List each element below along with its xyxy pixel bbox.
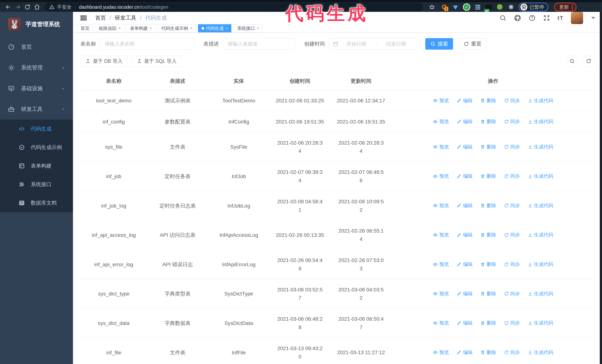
date-range-picker[interactable]: 开始日期 - 结束日期 <box>329 38 418 50</box>
delete-link[interactable]: 删除 <box>480 291 496 297</box>
edit-link[interactable]: 编辑 <box>457 291 473 297</box>
sidebar-item-home[interactable]: 首页 <box>0 37 73 57</box>
sync-link[interactable]: 同步 <box>504 232 520 238</box>
edit-link[interactable]: 编辑 <box>457 261 473 268</box>
preview-link[interactable]: 预览 <box>433 118 449 125</box>
tab-form-builder[interactable]: 表单构建× <box>127 24 156 32</box>
edit-link[interactable]: 编辑 <box>457 173 473 179</box>
generate-code-link[interactable]: 生成代码 <box>528 173 553 179</box>
generate-code-link[interactable]: 生成代码 <box>528 291 553 297</box>
delete-link[interactable]: 删除 <box>480 349 496 356</box>
search-icon[interactable] <box>499 14 506 21</box>
browser-scrollbar[interactable] <box>600 12 602 364</box>
extension-orange-icon[interactable]: 1 <box>441 3 448 10</box>
delete-link[interactable]: 删除 <box>480 261 496 268</box>
browser-forward-icon[interactable] <box>13 3 22 11</box>
table-name-input[interactable] <box>100 38 194 50</box>
generate-code-link[interactable]: 生成代码 <box>528 261 553 268</box>
delete-link[interactable]: 删除 <box>480 320 496 326</box>
preview-link[interactable]: 预览 <box>433 320 449 326</box>
generate-code-link[interactable]: 生成代码 <box>528 320 553 326</box>
table-row[interactable]: tool_test_demo 测试示例表 ToolTestDemo 2021-0… <box>80 90 595 112</box>
help-icon[interactable] <box>529 14 536 21</box>
browser-update-button[interactable]: 更新 <box>554 3 576 11</box>
table-row[interactable]: inf_job_log 定时任务日志表 InfJobLog 2021-02-08… <box>80 191 595 220</box>
close-icon[interactable]: × <box>226 26 228 30</box>
tab-system-api[interactable]: 系统接口× <box>234 24 263 32</box>
reset-button[interactable]: 重置 <box>459 38 486 50</box>
fullscreen-icon[interactable] <box>543 14 550 21</box>
preview-link[interactable]: 预览 <box>433 349 449 356</box>
table-row[interactable]: inf_file 文件表 InfFile 2021-03-13 09:43:2 … <box>80 338 595 364</box>
sync-link[interactable]: 同步 <box>504 320 520 326</box>
generate-code-link[interactable]: 生成代码 <box>528 97 553 104</box>
table-row[interactable]: sys_dict_data 字典数据表 SysDictData 2021-03-… <box>80 309 595 338</box>
sidebar-item-infrastructure[interactable]: 基础设施 <box>0 78 73 99</box>
extensions-puzzle-icon[interactable]: ❋ <box>507 3 515 10</box>
tab-link-trace[interactable]: 链路追踪× <box>95 24 124 32</box>
delete-link[interactable]: 删除 <box>480 144 496 150</box>
edit-link[interactable]: 编辑 <box>457 232 473 238</box>
delete-link[interactable]: 删除 <box>480 97 496 104</box>
generate-code-link[interactable]: 生成代码 <box>528 118 553 125</box>
sync-link[interactable]: 同步 <box>504 144 520 150</box>
import-sql-button[interactable]: 基于 SQL 导入 <box>132 56 182 66</box>
table-row[interactable]: inf_api_error_log API 错误日志 InfApiErrorLo… <box>80 250 595 279</box>
browser-reload-icon[interactable] <box>22 3 32 11</box>
generate-code-link[interactable]: 生成代码 <box>528 232 553 238</box>
tab-home[interactable]: 首页 <box>77 24 93 32</box>
table-row[interactable]: sys_file 文件表 SysFile 2021-02-06 20:28:3 … <box>80 132 595 162</box>
sync-link[interactable]: 同步 <box>504 261 520 268</box>
sidebar-item-system-api[interactable]: 系统接口 <box>0 175 73 194</box>
security-label[interactable]: 不安全 <box>57 4 72 10</box>
edit-link[interactable]: 编辑 <box>457 97 473 104</box>
extension-proxy-icon[interactable]: on <box>485 3 492 10</box>
sidebar-item-system-management[interactable]: 系统管理 <box>0 57 73 78</box>
browser-back-icon[interactable] <box>3 3 13 11</box>
sidebar-item-code-generation[interactable]: 代码生成 <box>0 120 73 138</box>
font-size-icon[interactable]: tT <box>558 15 563 21</box>
search-button[interactable]: 搜索 <box>425 38 453 50</box>
breadcrumb-home[interactable]: 首页 <box>95 14 106 22</box>
close-icon[interactable]: × <box>257 26 259 30</box>
delete-link[interactable]: 删除 <box>480 202 496 209</box>
preview-link[interactable]: 预览 <box>433 232 449 238</box>
sidebar-item-code-generation-example[interactable]: 代码生成示例 <box>0 138 73 157</box>
app-logo[interactable]: 🐰 芋道管理系统 <box>0 12 73 37</box>
sync-link[interactable]: 同步 <box>504 291 520 297</box>
user-avatar[interactable] <box>571 12 583 24</box>
delete-link[interactable]: 删除 <box>480 173 496 179</box>
extension-gem-icon[interactable] <box>452 3 459 10</box>
preview-link[interactable]: 预览 <box>433 144 449 150</box>
close-icon[interactable]: × <box>150 26 152 30</box>
table-row[interactable]: sys_dict_type 字典类型表 SysDictType 2021-03-… <box>80 279 595 309</box>
sidebar-item-form-builder[interactable]: 表单构建 <box>0 157 73 175</box>
sync-link[interactable]: 同步 <box>504 349 520 356</box>
table-row[interactable]: inf_job 定时任务表 InfJob 2021-02-07 06:39:3 … <box>80 162 595 191</box>
preview-link[interactable]: 预览 <box>433 97 449 104</box>
edit-link[interactable]: 编辑 <box>457 202 473 209</box>
toggle-search-button[interactable] <box>566 55 578 67</box>
sync-link[interactable]: 同步 <box>504 202 520 209</box>
edit-link[interactable]: 编辑 <box>457 349 473 356</box>
sidebar-collapse-icon[interactable] <box>80 14 87 22</box>
delete-link[interactable]: 删除 <box>480 118 496 125</box>
sidebar-item-db-doc[interactable]: 数据库文档 <box>0 194 73 212</box>
tab-codegen-example[interactable]: 代码生成示例× <box>158 24 196 32</box>
extension-green-icon[interactable] <box>496 3 504 10</box>
generate-code-link[interactable]: 生成代码 <box>528 144 553 150</box>
paused-badge[interactable]: 😲 已暂停 <box>519 3 548 11</box>
preview-link[interactable]: 预览 <box>433 202 449 209</box>
edit-link[interactable]: 编辑 <box>457 320 473 326</box>
table-row[interactable]: inf_config 参数配置表 InfConfig 2021-02-06 19… <box>80 111 595 132</box>
close-icon[interactable]: × <box>190 26 192 30</box>
sync-link[interactable]: 同步 <box>504 118 520 125</box>
github-icon[interactable] <box>514 14 521 22</box>
edit-link[interactable]: 编辑 <box>457 144 473 150</box>
generate-code-link[interactable]: 生成代码 <box>528 202 553 209</box>
bookmark-star-icon[interactable] <box>427 3 437 11</box>
extension-check-icon[interactable]: ✓ <box>463 3 470 10</box>
browser-home-icon[interactable] <box>32 3 42 11</box>
edit-link[interactable]: 编辑 <box>457 118 473 125</box>
breadcrumb-dev-tools[interactable]: 研发工具 <box>115 14 136 22</box>
